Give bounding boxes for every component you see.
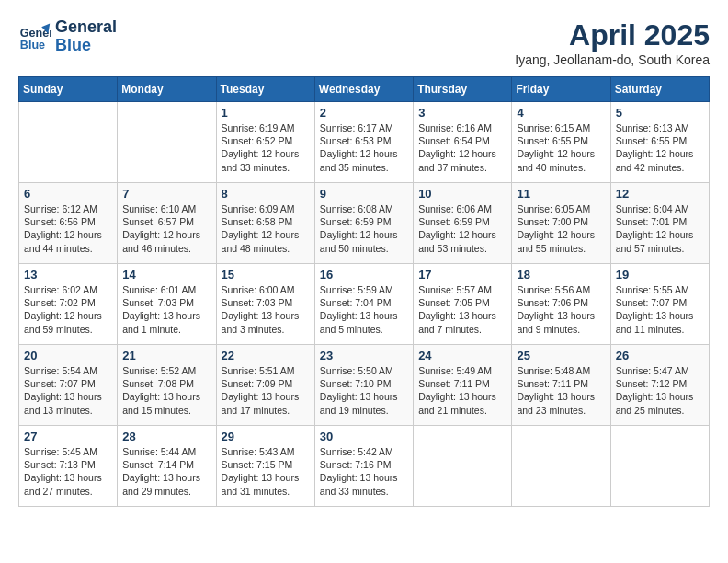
logo-icon: General Blue: [18, 20, 51, 53]
day-info: Sunrise: 6:02 AMSunset: 7:02 PMDaylight:…: [24, 283, 112, 336]
day-info: Sunrise: 6:17 AMSunset: 6:53 PMDaylight:…: [320, 121, 408, 174]
day-info: Sunrise: 5:44 AMSunset: 7:14 PMDaylight:…: [122, 445, 210, 498]
day-info: Sunrise: 5:49 AMSunset: 7:11 PMDaylight:…: [418, 364, 506, 417]
day-info: Sunrise: 6:06 AMSunset: 6:59 PMDaylight:…: [418, 202, 506, 255]
calendar-cell: 5Sunrise: 6:13 AMSunset: 6:55 PMDaylight…: [610, 102, 709, 183]
month-title: April 2025: [515, 18, 710, 52]
calendar-cell: 30Sunrise: 5:42 AMSunset: 7:16 PMDayligh…: [314, 426, 413, 507]
logo-text-general: General: [55, 18, 117, 37]
day-info: Sunrise: 6:12 AMSunset: 6:56 PMDaylight:…: [24, 202, 112, 255]
day-info: Sunrise: 5:57 AMSunset: 7:05 PMDaylight:…: [418, 283, 506, 336]
day-info: Sunrise: 5:55 AMSunset: 7:07 PMDaylight:…: [616, 283, 704, 336]
calendar-cell: 11Sunrise: 6:05 AMSunset: 7:00 PMDayligh…: [512, 183, 610, 264]
page-header: General Blue General Blue April 2025 Iya…: [18, 18, 710, 67]
calendar-cell: 24Sunrise: 5:49 AMSunset: 7:11 PMDayligh…: [414, 345, 512, 426]
week-row-5: 27Sunrise: 5:45 AMSunset: 7:13 PMDayligh…: [19, 426, 710, 507]
day-info: Sunrise: 6:16 AMSunset: 6:54 PMDaylight:…: [418, 121, 506, 174]
calendar-cell: 23Sunrise: 5:50 AMSunset: 7:10 PMDayligh…: [314, 345, 413, 426]
day-number: 8: [222, 187, 310, 201]
day-number: 14: [122, 268, 210, 282]
day-number: 9: [320, 187, 408, 201]
header-row: SundayMondayTuesdayWednesdayThursdayFrid…: [19, 77, 710, 102]
day-number: 11: [517, 187, 605, 201]
day-info: Sunrise: 5:59 AMSunset: 7:04 PMDaylight:…: [320, 283, 408, 336]
day-number: 17: [418, 268, 506, 282]
calendar-cell: 27Sunrise: 5:45 AMSunset: 7:13 PMDayligh…: [19, 426, 118, 507]
calendar-cell: [610, 426, 709, 507]
day-number: 7: [122, 187, 210, 201]
day-number: 20: [24, 349, 112, 362]
day-number: 1: [222, 106, 310, 120]
week-row-1: 1Sunrise: 6:19 AMSunset: 6:52 PMDaylight…: [19, 102, 710, 183]
calendar-cell: 3Sunrise: 6:16 AMSunset: 6:54 PMDaylight…: [414, 102, 512, 183]
day-number: 19: [616, 268, 704, 282]
calendar-cell: 13Sunrise: 6:02 AMSunset: 7:02 PMDayligh…: [19, 264, 118, 345]
day-number: 18: [517, 268, 605, 282]
day-info: Sunrise: 6:05 AMSunset: 7:00 PMDaylight:…: [517, 202, 605, 255]
week-row-2: 6Sunrise: 6:12 AMSunset: 6:56 PMDaylight…: [19, 183, 710, 264]
calendar-cell: 2Sunrise: 6:17 AMSunset: 6:53 PMDaylight…: [314, 102, 413, 183]
svg-text:Blue: Blue: [20, 38, 45, 51]
day-number: 3: [418, 106, 506, 120]
calendar-table: SundayMondayTuesdayWednesdayThursdayFrid…: [18, 76, 710, 507]
col-header-monday: Monday: [118, 77, 216, 102]
location-subtitle: Iyang, Jeollanam-do, South Korea: [515, 52, 710, 67]
calendar-cell: 29Sunrise: 5:43 AMSunset: 7:15 PMDayligh…: [216, 426, 314, 507]
day-info: Sunrise: 6:15 AMSunset: 6:55 PMDaylight:…: [517, 121, 605, 174]
day-number: 25: [517, 349, 605, 362]
calendar-cell: 21Sunrise: 5:52 AMSunset: 7:08 PMDayligh…: [118, 345, 216, 426]
calendar-cell: 18Sunrise: 5:56 AMSunset: 7:06 PMDayligh…: [512, 264, 610, 345]
calendar-cell: 9Sunrise: 6:08 AMSunset: 6:59 PMDaylight…: [314, 183, 413, 264]
day-number: 28: [122, 430, 210, 443]
day-info: Sunrise: 6:13 AMSunset: 6:55 PMDaylight:…: [616, 121, 704, 174]
logo-text-blue: Blue: [55, 37, 117, 55]
day-info: Sunrise: 6:08 AMSunset: 6:59 PMDaylight:…: [320, 202, 408, 255]
calendar-cell: 26Sunrise: 5:47 AMSunset: 7:12 PMDayligh…: [610, 345, 709, 426]
day-number: 5: [616, 106, 704, 120]
day-info: Sunrise: 5:51 AMSunset: 7:09 PMDaylight:…: [222, 364, 310, 417]
calendar-cell: 17Sunrise: 5:57 AMSunset: 7:05 PMDayligh…: [414, 264, 512, 345]
calendar-cell: 25Sunrise: 5:48 AMSunset: 7:11 PMDayligh…: [512, 345, 610, 426]
calendar-cell: [414, 426, 512, 507]
day-info: Sunrise: 6:01 AMSunset: 7:03 PMDaylight:…: [122, 283, 210, 336]
day-number: 27: [24, 430, 112, 443]
day-number: 4: [517, 106, 605, 120]
calendar-cell: 22Sunrise: 5:51 AMSunset: 7:09 PMDayligh…: [216, 345, 314, 426]
calendar-cell: 20Sunrise: 5:54 AMSunset: 7:07 PMDayligh…: [19, 345, 118, 426]
col-header-wednesday: Wednesday: [314, 77, 413, 102]
day-info: Sunrise: 6:00 AMSunset: 7:03 PMDaylight:…: [222, 283, 310, 336]
calendar-cell: 16Sunrise: 5:59 AMSunset: 7:04 PMDayligh…: [314, 264, 413, 345]
col-header-friday: Friday: [512, 77, 610, 102]
day-number: 30: [320, 430, 408, 443]
day-number: 22: [222, 349, 310, 362]
day-number: 12: [616, 187, 704, 201]
week-row-3: 13Sunrise: 6:02 AMSunset: 7:02 PMDayligh…: [19, 264, 710, 345]
day-info: Sunrise: 5:47 AMSunset: 7:12 PMDaylight:…: [616, 364, 704, 417]
day-info: Sunrise: 5:43 AMSunset: 7:15 PMDaylight:…: [222, 445, 310, 498]
col-header-saturday: Saturday: [610, 77, 709, 102]
day-number: 23: [320, 349, 408, 362]
day-number: 13: [24, 268, 112, 282]
day-info: Sunrise: 6:19 AMSunset: 6:52 PMDaylight:…: [222, 121, 310, 174]
day-number: 10: [418, 187, 506, 201]
calendar-cell: 12Sunrise: 6:04 AMSunset: 7:01 PMDayligh…: [610, 183, 709, 264]
calendar-cell: 8Sunrise: 6:09 AMSunset: 6:58 PMDaylight…: [216, 183, 314, 264]
day-number: 24: [418, 349, 506, 362]
day-number: 21: [122, 349, 210, 362]
calendar-cell: 6Sunrise: 6:12 AMSunset: 6:56 PMDaylight…: [19, 183, 118, 264]
day-info: Sunrise: 5:52 AMSunset: 7:08 PMDaylight:…: [122, 364, 210, 417]
calendar-cell: 28Sunrise: 5:44 AMSunset: 7:14 PMDayligh…: [118, 426, 216, 507]
calendar-cell: [512, 426, 610, 507]
logo: General Blue General Blue: [18, 18, 117, 55]
col-header-sunday: Sunday: [19, 77, 118, 102]
col-header-thursday: Thursday: [414, 77, 512, 102]
day-number: 16: [320, 268, 408, 282]
day-info: Sunrise: 5:42 AMSunset: 7:16 PMDaylight:…: [320, 445, 408, 498]
day-number: 2: [320, 106, 408, 120]
day-info: Sunrise: 6:04 AMSunset: 7:01 PMDaylight:…: [616, 202, 704, 255]
calendar-cell: 1Sunrise: 6:19 AMSunset: 6:52 PMDaylight…: [216, 102, 314, 183]
day-info: Sunrise: 5:48 AMSunset: 7:11 PMDaylight:…: [517, 364, 605, 417]
calendar-cell: [19, 102, 118, 183]
day-number: 6: [24, 187, 112, 201]
calendar-cell: 19Sunrise: 5:55 AMSunset: 7:07 PMDayligh…: [610, 264, 709, 345]
